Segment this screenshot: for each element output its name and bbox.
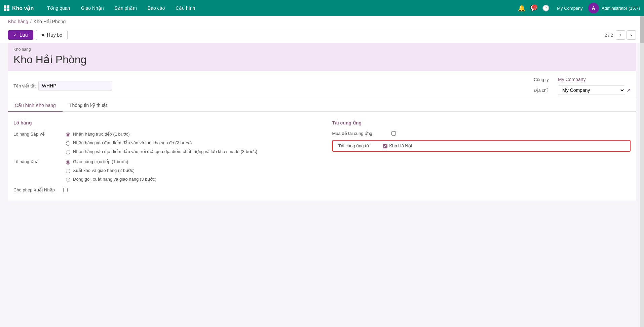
sap-ve-label: Lô hàng Sắp về [13, 131, 61, 137]
address-label: Địa chỉ [534, 88, 554, 93]
bell-icon-button[interactable]: 🔔 [516, 2, 527, 14]
cho-phep-checkbox[interactable] [63, 188, 68, 192]
toolbar: ✓ Lưu ✕ Hủy bỏ 2 / 2 ‹ › [0, 27, 644, 43]
sap-ve-radio-1[interactable] [66, 141, 70, 146]
tai-cung-ung-title: Tái cung ứng [332, 120, 631, 125]
lo-hang-title: Lô hàng [13, 120, 312, 125]
xuat-label: Lô hàng Xuất [13, 158, 61, 164]
tab-cau-hinh-kho[interactable]: Cấu hình Kho hàng [8, 99, 63, 112]
lo-hang-section: Lô hàng Lô hàng Sắp về Nhận hàng trực ti… [13, 120, 312, 192]
nav-tong-quan[interactable]: Tổng quan [42, 0, 75, 16]
cho-phep-row: Cho phép Xuất Nhập [13, 187, 312, 192]
pagination: 2 / 2 ‹ › [605, 30, 636, 40]
sap-ve-row: Lô hàng Sắp về Nhận hàng trực tiếp (1 bư… [13, 131, 312, 154]
username-label: Administrator (15.7) [602, 6, 640, 11]
tai-cung-ung-tu-box: Tái cung ứng từ Kho Hà Nội [332, 140, 631, 152]
nav-san-pham[interactable]: Sản phẩm [109, 0, 142, 16]
grid-icon [4, 5, 9, 11]
nav-bao-cao[interactable]: Báo cáo [142, 0, 170, 16]
cho-phep-label: Cho phép Xuất Nhập [13, 187, 61, 192]
xuat-label-0: Giao hàng trực tiếp (1 bước) [73, 159, 128, 164]
mua-tai-cung-ung-label: Mua để tái cung ứng [332, 131, 386, 136]
xuat-options: Giao hàng trực tiếp (1 bước) Xuất kho và… [66, 158, 156, 182]
xuat-label-1: Xuất kho và giao hàng (2 bước) [73, 168, 135, 173]
xuat-radio-2[interactable] [66, 178, 70, 182]
sap-ve-option-2[interactable]: Nhận hàng vào địa điểm đầu vào, rồi đưa … [66, 148, 257, 154]
next-page-button[interactable]: › [627, 30, 636, 40]
sap-ve-option-1[interactable]: Nhận hàng vào địa điểm đầu vào và lưu kh… [66, 140, 257, 146]
xuat-option-2[interactable]: Đóng gói, xuất hàng và giao hàng (3 bước… [66, 176, 156, 182]
tai-cung-ung-tu-label: Tái cung ứng từ [338, 143, 379, 148]
nav-left: Kho vận Tổng quan Giao Nhận Sản phẩm Báo… [4, 0, 516, 16]
nav-right: 🔔 💬 15 🕐 My Company A Administrator (15.… [516, 2, 640, 14]
tai-cung-ung-section: Tái cung ứng Mua để tái cung ứng Tái cun… [332, 120, 631, 192]
sap-ve-radio-2[interactable] [66, 150, 70, 154]
short-name-label: Tên viết tắt [13, 83, 36, 88]
xuat-row: Lô hàng Xuất Giao hàng trực tiếp (1 bước… [13, 158, 312, 182]
breadcrumb-separator: / [30, 19, 32, 24]
address-select[interactable]: My Company [558, 85, 625, 95]
company-label: Công ty [534, 77, 554, 82]
nav-menu: Tổng quan Giao Nhận Sản phẩm Báo cáo Cấu… [42, 0, 200, 16]
sap-ve-radio-0[interactable] [66, 133, 70, 137]
tai-cung-ung-tu-value-group: Kho Hà Nội [383, 143, 412, 148]
user-avatar: A [588, 3, 599, 13]
page-info: 2 / 2 [605, 33, 613, 38]
xuat-option-1[interactable]: Xuất kho và giao hàng (2 bước) [66, 167, 156, 173]
app-logo[interactable]: Kho vận [4, 5, 34, 11]
xuat-option-0[interactable]: Giao hàng trực tiếp (1 bước) [66, 158, 156, 165]
xuat-label-2: Đóng gói, xuất hàng và giao hàng (3 bước… [73, 177, 156, 182]
scrollbar-thumb[interactable] [640, 16, 644, 43]
tabs-bar: Cấu hình Kho hàng Thông tin kỹ thuật [8, 99, 636, 112]
company-row: Công ty My Company [534, 77, 631, 82]
company-value-link[interactable]: My Company [558, 77, 585, 82]
mua-tai-cung-ung-checkbox[interactable] [391, 131, 396, 136]
tai-cung-ung-tu-value: Kho Hà Nội [389, 143, 412, 148]
mua-tai-cung-ung-row: Mua để tái cung ứng [332, 131, 631, 136]
cancel-button[interactable]: ✕ Hủy bỏ [36, 30, 68, 40]
xuat-radio-1[interactable] [66, 169, 70, 173]
messages-button[interactable]: 💬 15 [530, 4, 537, 12]
sap-ve-label-1: Nhận hàng vào địa điểm đầu vào và lưu kh… [73, 140, 192, 145]
form-body: Lô hàng Lô hàng Sắp về Nhận hàng trực ti… [8, 112, 636, 201]
short-name-input[interactable] [38, 81, 112, 90]
form-fields-area: Tên viết tắt Công ty My Company Địa chỉ … [8, 71, 636, 99]
sap-ve-options: Nhận hàng trực tiếp (1 bước) Nhận hàng v… [66, 131, 257, 154]
breadcrumb-current: Kho Hải Phòng [34, 19, 66, 24]
clock-icon-button[interactable]: 🕐 [540, 2, 552, 14]
prev-page-button[interactable]: ‹ [616, 30, 625, 40]
address-row: Địa chỉ My Company ↗ [534, 85, 631, 95]
company-name: My Company [554, 6, 585, 11]
sap-ve-option-0[interactable]: Nhận hàng trực tiếp (1 bước) [66, 131, 257, 137]
warehouse-name-display: Kho Hải Phòng [13, 53, 631, 66]
save-button[interactable]: ✓ Lưu [8, 30, 33, 40]
right-fields: Công ty My Company Địa chỉ My Company ↗ [534, 77, 631, 95]
top-navigation: Kho vận Tổng quan Giao Nhận Sản phẩm Báo… [0, 0, 644, 16]
xuat-radio-0[interactable] [66, 160, 70, 165]
checkmark-icon: ✓ [13, 32, 17, 38]
nav-cau-hinh[interactable]: Cấu hình [170, 0, 200, 16]
app-title: Kho vận [12, 5, 34, 11]
tab-thong-tin-ky-thuat[interactable]: Thông tin kỹ thuật [63, 99, 114, 112]
tai-cung-ung-tu-checkbox[interactable] [383, 144, 387, 148]
sap-ve-label-0: Nhận hàng trực tiếp (1 bước) [73, 132, 130, 137]
external-link-icon[interactable]: ↗ [627, 87, 631, 93]
kho-hang-section-label: Kho hàng [13, 47, 631, 52]
short-name-group: Tên viết tắt [13, 77, 112, 95]
times-icon: ✕ [41, 32, 45, 38]
address-select-wrap: My Company ↗ [558, 85, 631, 95]
scrollbar[interactable] [640, 16, 644, 327]
two-col-section: Lô hàng Lô hàng Sắp về Nhận hàng trực ti… [13, 120, 631, 192]
form-header: Kho hàng Kho Hải Phòng [8, 43, 636, 71]
main-content: Kho hàng Kho Hải Phòng Tên viết tắt Công… [0, 43, 644, 327]
breadcrumb-parent[interactable]: Kho hàng [8, 19, 28, 24]
breadcrumb: Kho hàng / Kho Hải Phòng [0, 16, 644, 27]
nav-giao-nhan[interactable]: Giao Nhận [75, 0, 109, 16]
sap-ve-label-2: Nhận hàng vào địa điểm đầu vào, rồi đưa … [73, 149, 257, 154]
